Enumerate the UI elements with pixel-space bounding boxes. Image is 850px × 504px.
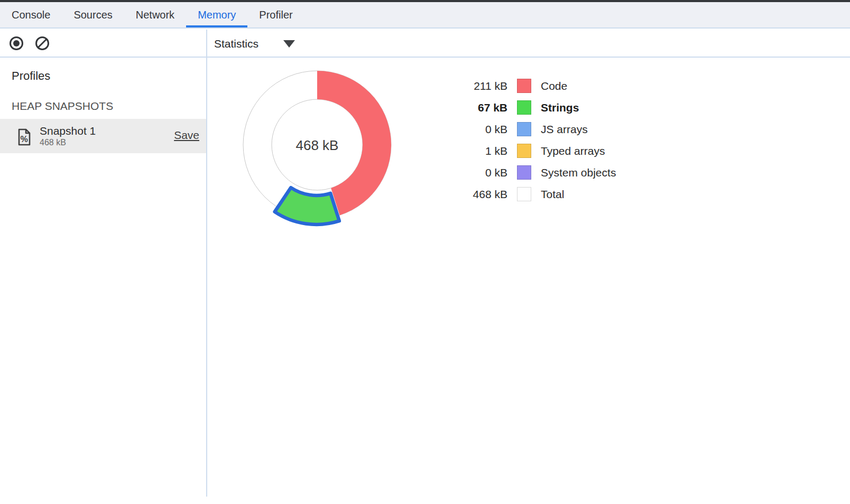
legend-row-code[interactable]: 211 kB Code — [452, 75, 616, 97]
snapshot-size: 468 kB — [40, 137, 96, 148]
legend-swatch-total — [517, 187, 531, 201]
legend-row-typed-arrays[interactable]: 1 kB Typed arrays — [452, 140, 616, 162]
legend-row-strings[interactable]: 67 kB Strings — [452, 97, 616, 118]
devtools-tab-bar: Console Sources Network Memory Profiler — [0, 2, 850, 29]
legend-label: Strings — [541, 101, 579, 114]
legend-value: 468 kB — [452, 188, 507, 201]
profiles-heading: Profiles — [12, 69, 50, 83]
heap-snapshots-section-heading: HEAP SNAPSHOTS — [12, 100, 113, 113]
legend-value: 67 kB — [452, 101, 507, 114]
legend-row-total[interactable]: 468 kB Total — [452, 183, 616, 205]
legend-row-system-objects[interactable]: 0 kB System objects — [452, 162, 616, 183]
record-button[interactable] — [9, 36, 24, 51]
sidebar-resize-divider[interactable] — [206, 30, 207, 497]
legend-swatch-js-arrays — [517, 122, 531, 136]
perspective-select-label: Statistics — [214, 38, 258, 50]
legend-label: Total — [541, 188, 564, 201]
legend-swatch-system-objects — [517, 165, 531, 180]
tab-console[interactable]: Console — [0, 2, 62, 27]
legend-swatch-code — [517, 79, 531, 93]
sidebar-item-snapshot-1[interactable]: % Snapshot 1 468 kB Save — [0, 119, 206, 153]
record-icon — [9, 36, 24, 51]
donut-center-total: 468 kB — [275, 137, 359, 154]
legend-value: 211 kB — [452, 80, 507, 92]
clear-button[interactable] — [35, 36, 50, 51]
save-snapshot-link[interactable]: Save — [174, 129, 199, 142]
triangle-down-icon — [283, 40, 295, 48]
legend-row-js-arrays[interactable]: 0 kB JS arrays — [452, 118, 616, 140]
legend-value: 1 kB — [452, 145, 507, 157]
legend-swatch-typed-arrays — [517, 144, 531, 158]
heap-snapshot-file-icon: % — [17, 128, 31, 146]
memory-toolbar — [0, 30, 850, 58]
snapshot-title: Snapshot 1 — [40, 124, 96, 137]
legend-label: Code — [541, 80, 567, 92]
legend-label: JS arrays — [541, 123, 588, 136]
svg-text:%: % — [20, 135, 27, 144]
tab-network[interactable]: Network — [124, 2, 186, 27]
tab-memory[interactable]: Memory — [186, 2, 247, 27]
legend-label: Typed arrays — [541, 145, 605, 157]
clear-all-icon — [35, 36, 50, 51]
legend-swatch-strings — [517, 100, 531, 115]
legend-value: 0 kB — [452, 123, 507, 136]
legend-value: 0 kB — [452, 166, 507, 179]
donut-slice-strings[interactable] — [275, 188, 339, 225]
legend-label: System objects — [541, 166, 616, 179]
tab-profiler[interactable]: Profiler — [247, 2, 304, 27]
perspective-select[interactable]: Statistics — [214, 30, 295, 58]
tab-sources[interactable]: Sources — [62, 2, 124, 27]
chart-legend: 211 kB Code 67 kB Strings 0 kB JS arrays… — [452, 75, 616, 205]
